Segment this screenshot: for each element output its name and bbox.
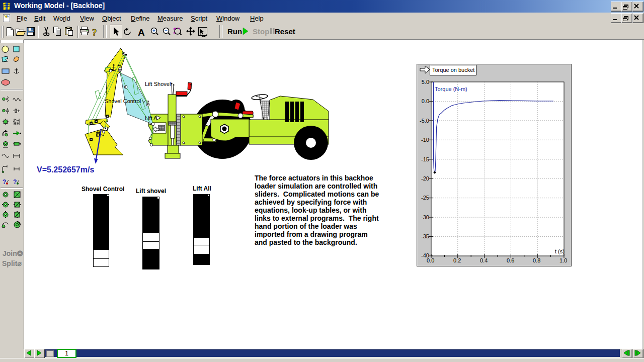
svg-text:Reset: Reset [275, 27, 295, 36]
svg-text:Lift A: Lift A [145, 115, 157, 121]
svg-text:?: ? [13, 178, 17, 186]
svg-text:Stop: Stop [253, 27, 269, 36]
svg-text:A: A [138, 27, 145, 38]
svg-text:Shovel Control: Shovel Control [105, 98, 141, 104]
svg-text:Run: Run [227, 27, 242, 36]
svg-text:?: ? [3, 178, 6, 186]
svg-text:Lift Shovel: Lift Shovel [145, 81, 171, 87]
svg-text:?: ? [92, 27, 97, 38]
